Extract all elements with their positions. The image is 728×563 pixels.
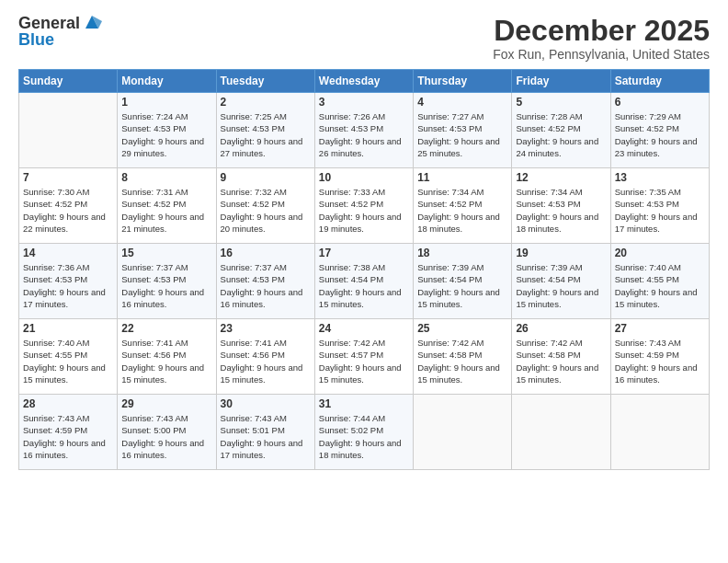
table-row: 6 Sunrise: 7:29 AMSunset: 4:52 PMDayligh…	[610, 93, 709, 168]
table-row: 5 Sunrise: 7:28 AMSunset: 4:52 PMDayligh…	[512, 93, 610, 168]
day-info: Sunrise: 7:43 AMSunset: 5:01 PMDaylight:…	[221, 412, 311, 461]
day-number: 13	[615, 171, 705, 184]
day-info: Sunrise: 7:25 AMSunset: 4:53 PMDaylight:…	[221, 110, 311, 159]
day-number: 19	[516, 247, 606, 259]
page: General Blue December 2025 Fox Run, Penn…	[0, 0, 728, 563]
logo: General Blue	[18, 15, 102, 50]
day-number: 2	[221, 96, 311, 109]
day-info: Sunrise: 7:43 AMSunset: 5:00 PMDaylight:…	[121, 412, 211, 461]
calendar-header-row: Sunday Monday Tuesday Wednesday Thursday…	[19, 70, 710, 93]
day-info: Sunrise: 7:34 AMSunset: 4:53 PMDaylight:…	[516, 186, 606, 235]
day-info: Sunrise: 7:43 AMSunset: 4:59 PMDaylight:…	[23, 412, 113, 461]
table-row	[512, 395, 610, 470]
table-row: 24 Sunrise: 7:42 AMSunset: 4:57 PMDaylig…	[314, 319, 413, 395]
day-info: Sunrise: 7:41 AMSunset: 4:56 PMDaylight:…	[221, 337, 311, 385]
day-info: Sunrise: 7:31 AMSunset: 4:52 PMDaylight:…	[121, 186, 211, 235]
day-info: Sunrise: 7:42 AMSunset: 4:58 PMDaylight:…	[516, 337, 606, 385]
day-info: Sunrise: 7:37 AMSunset: 4:53 PMDaylight:…	[221, 261, 311, 310]
day-number: 10	[319, 171, 409, 184]
day-number: 7	[23, 171, 113, 184]
day-number: 25	[417, 322, 507, 335]
header-tuesday: Tuesday	[216, 70, 314, 93]
day-number: 9	[221, 171, 311, 184]
month-title: December 2025	[493, 15, 710, 47]
table-row: 14 Sunrise: 7:36 AMSunset: 4:53 PMDaylig…	[19, 244, 118, 319]
table-row: 31 Sunrise: 7:44 AMSunset: 5:02 PMDaylig…	[314, 395, 413, 470]
day-info: Sunrise: 7:35 AMSunset: 4:53 PMDaylight:…	[615, 186, 705, 235]
day-number: 12	[516, 171, 606, 184]
day-number: 26	[516, 322, 606, 335]
day-number: 3	[319, 96, 409, 109]
day-info: Sunrise: 7:40 AMSunset: 4:55 PMDaylight:…	[615, 261, 705, 310]
table-row: 1 Sunrise: 7:24 AMSunset: 4:53 PMDayligh…	[118, 93, 216, 168]
table-row: 23 Sunrise: 7:41 AMSunset: 4:56 PMDaylig…	[216, 319, 314, 395]
day-number: 18	[417, 247, 507, 259]
table-row: 27 Sunrise: 7:43 AMSunset: 4:59 PMDaylig…	[610, 319, 709, 395]
logo-text-line2: Blue	[18, 31, 102, 50]
table-row: 18 Sunrise: 7:39 AMSunset: 4:54 PMDaylig…	[414, 244, 512, 319]
table-row: 19 Sunrise: 7:39 AMSunset: 4:54 PMDaylig…	[512, 244, 610, 319]
calendar-week-3: 14 Sunrise: 7:36 AMSunset: 4:53 PMDaylig…	[19, 244, 710, 319]
table-row: 29 Sunrise: 7:43 AMSunset: 5:00 PMDaylig…	[118, 395, 216, 470]
day-info: Sunrise: 7:29 AMSunset: 4:52 PMDaylight:…	[615, 110, 705, 159]
day-number: 5	[516, 96, 606, 109]
day-number: 15	[121, 247, 211, 259]
day-number: 6	[615, 96, 705, 109]
table-row: 26 Sunrise: 7:42 AMSunset: 4:58 PMDaylig…	[512, 319, 610, 395]
table-row: 10 Sunrise: 7:33 AMSunset: 4:52 PMDaylig…	[314, 168, 413, 244]
day-info: Sunrise: 7:24 AMSunset: 4:53 PMDaylight:…	[121, 110, 211, 159]
logo-icon	[82, 12, 102, 32]
table-row: 28 Sunrise: 7:43 AMSunset: 4:59 PMDaylig…	[19, 395, 118, 470]
table-row: 15 Sunrise: 7:37 AMSunset: 4:53 PMDaylig…	[118, 244, 216, 319]
table-row: 20 Sunrise: 7:40 AMSunset: 4:55 PMDaylig…	[610, 244, 709, 319]
day-info: Sunrise: 7:42 AMSunset: 4:58 PMDaylight:…	[417, 337, 507, 385]
table-row: 22 Sunrise: 7:41 AMSunset: 4:56 PMDaylig…	[118, 319, 216, 395]
day-number: 11	[417, 171, 507, 184]
day-number: 29	[121, 397, 211, 410]
table-row: 8 Sunrise: 7:31 AMSunset: 4:52 PMDayligh…	[118, 168, 216, 244]
day-info: Sunrise: 7:39 AMSunset: 4:54 PMDaylight:…	[516, 261, 606, 310]
calendar-week-5: 28 Sunrise: 7:43 AMSunset: 4:59 PMDaylig…	[19, 395, 710, 470]
location: Fox Run, Pennsylvania, United States	[493, 47, 710, 62]
table-row: 13 Sunrise: 7:35 AMSunset: 4:53 PMDaylig…	[610, 168, 709, 244]
calendar-week-4: 21 Sunrise: 7:40 AMSunset: 4:55 PMDaylig…	[19, 319, 710, 395]
header-thursday: Thursday	[414, 70, 512, 93]
header-saturday: Saturday	[610, 70, 709, 93]
table-row	[19, 93, 118, 168]
table-row: 2 Sunrise: 7:25 AMSunset: 4:53 PMDayligh…	[216, 93, 314, 168]
day-info: Sunrise: 7:32 AMSunset: 4:52 PMDaylight:…	[221, 186, 311, 235]
day-number: 14	[23, 247, 113, 259]
header: General Blue December 2025 Fox Run, Penn…	[18, 15, 710, 62]
day-info: Sunrise: 7:39 AMSunset: 4:54 PMDaylight:…	[417, 261, 507, 310]
title-block: December 2025 Fox Run, Pennsylvania, Uni…	[493, 15, 710, 62]
table-row: 11 Sunrise: 7:34 AMSunset: 4:52 PMDaylig…	[414, 168, 512, 244]
header-sunday: Sunday	[19, 70, 118, 93]
table-row: 3 Sunrise: 7:26 AMSunset: 4:53 PMDayligh…	[314, 93, 413, 168]
day-info: Sunrise: 7:38 AMSunset: 4:54 PMDaylight:…	[319, 261, 409, 310]
header-friday: Friday	[512, 70, 610, 93]
day-info: Sunrise: 7:28 AMSunset: 4:52 PMDaylight:…	[516, 110, 606, 159]
day-info: Sunrise: 7:44 AMSunset: 5:02 PMDaylight:…	[319, 412, 409, 461]
table-row: 12 Sunrise: 7:34 AMSunset: 4:53 PMDaylig…	[512, 168, 610, 244]
calendar-week-2: 7 Sunrise: 7:30 AMSunset: 4:52 PMDayligh…	[19, 168, 710, 244]
header-wednesday: Wednesday	[314, 70, 413, 93]
day-number: 23	[221, 322, 311, 335]
day-number: 27	[615, 322, 705, 335]
table-row: 30 Sunrise: 7:43 AMSunset: 5:01 PMDaylig…	[216, 395, 314, 470]
day-number: 24	[319, 322, 409, 335]
day-number: 1	[121, 96, 211, 109]
day-info: Sunrise: 7:37 AMSunset: 4:53 PMDaylight:…	[121, 261, 211, 310]
day-info: Sunrise: 7:42 AMSunset: 4:57 PMDaylight:…	[319, 337, 409, 385]
table-row: 21 Sunrise: 7:40 AMSunset: 4:55 PMDaylig…	[19, 319, 118, 395]
day-info: Sunrise: 7:33 AMSunset: 4:52 PMDaylight:…	[319, 186, 409, 235]
table-row: 17 Sunrise: 7:38 AMSunset: 4:54 PMDaylig…	[314, 244, 413, 319]
day-number: 21	[23, 322, 113, 335]
day-number: 20	[615, 247, 705, 259]
day-number: 30	[221, 397, 311, 410]
day-number: 31	[319, 397, 409, 410]
day-info: Sunrise: 7:40 AMSunset: 4:55 PMDaylight:…	[23, 337, 113, 385]
day-info: Sunrise: 7:43 AMSunset: 4:59 PMDaylight:…	[615, 337, 705, 385]
calendar-table: Sunday Monday Tuesday Wednesday Thursday…	[18, 69, 710, 470]
day-info: Sunrise: 7:34 AMSunset: 4:52 PMDaylight:…	[417, 186, 507, 235]
calendar-week-1: 1 Sunrise: 7:24 AMSunset: 4:53 PMDayligh…	[19, 93, 710, 168]
